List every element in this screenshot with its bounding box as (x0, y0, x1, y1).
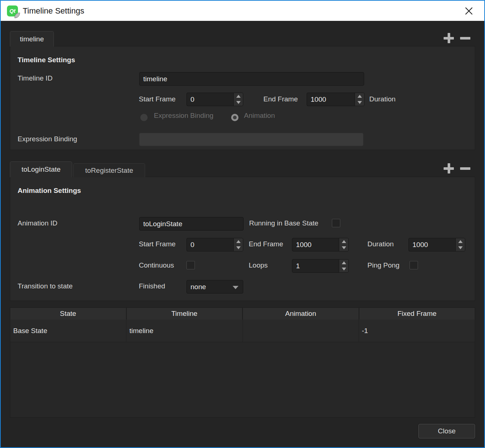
spin-up-icon[interactable] (234, 93, 243, 100)
spin-up-icon[interactable] (456, 238, 465, 245)
state-table: State Timeline Animation Fixed Frame Bas… (10, 307, 475, 418)
chevron-down-icon (233, 286, 238, 289)
cell-fixed-frame: -1 (359, 320, 475, 342)
cell-state: Base State (10, 320, 126, 342)
expression-binding-radio[interactable] (140, 114, 148, 121)
start-frame-label: Start Frame (139, 240, 175, 248)
spin-down-icon[interactable] (234, 100, 243, 106)
duration-label: Duration (369, 95, 396, 103)
timeline-settings-panel: Timeline Settings Timeline ID timeline S… (10, 46, 475, 150)
timeline-id-field[interactable]: timeline (139, 72, 364, 86)
animation-id-label: Animation ID (18, 219, 58, 227)
end-frame-label: End Frame (263, 95, 298, 103)
duration-label: Duration (367, 240, 394, 248)
column-header-timeline[interactable]: Timeline (127, 308, 242, 320)
transition-to-state-label: Transition to state (18, 282, 73, 290)
timeline-settings-heading: Timeline Settings (18, 56, 75, 64)
spin-down-icon[interactable] (234, 245, 243, 251)
loops-spinbox[interactable]: 1 (292, 259, 349, 273)
start-frame-label: Start Frame (139, 95, 175, 103)
window-title: Timeline Settings (23, 6, 84, 16)
animation-id-field[interactable]: toLoginState (139, 217, 244, 231)
title-bar: Qt Timeline Settings (1, 1, 484, 21)
running-in-base-state-label: Running in Base State (249, 219, 318, 227)
spin-down-icon[interactable] (355, 100, 364, 106)
tab-timeline[interactable]: timeline (10, 31, 54, 46)
spin-down-icon[interactable] (339, 266, 348, 273)
start-frame-spinbox[interactable]: 0 (186, 93, 243, 106)
column-header-state[interactable]: State (10, 308, 126, 320)
continuous-checkbox[interactable] (186, 261, 195, 269)
spin-up-icon[interactable] (355, 93, 364, 100)
qt-logo-icon: Qt (7, 5, 18, 16)
end-frame-label: End Frame (249, 240, 283, 248)
ping-pong-checkbox[interactable] (410, 261, 418, 269)
spin-up-icon[interactable] (339, 260, 348, 266)
animation-radio-label: Animation (244, 112, 275, 120)
start-frame-spinbox[interactable]: 0 (186, 238, 243, 251)
running-in-base-state-checkbox[interactable] (332, 219, 340, 227)
spin-down-icon[interactable] (456, 245, 465, 251)
state-table-header: State Timeline Animation Fixed Frame (10, 308, 475, 320)
spin-down-icon[interactable] (339, 245, 348, 251)
tab-tologinstate[interactable]: toLoginState (10, 161, 72, 177)
finished-label: Finished (139, 282, 165, 290)
continuous-label: Continuous (139, 261, 174, 269)
table-row[interactable]: Base State timeline -1 (10, 320, 475, 342)
remove-timeline-button[interactable] (459, 31, 472, 45)
timeline-settings-dialog: Qt Timeline Settings timeline Timeline S… (0, 0, 485, 448)
finished-dropdown[interactable]: none (186, 280, 243, 294)
tab-toregisterstate[interactable]: toRegisterState (73, 163, 145, 177)
add-animation-button[interactable] (442, 162, 455, 175)
animation-settings-panel: Animation Settings Animation ID toLoginS… (10, 177, 475, 301)
cell-timeline: timeline (126, 320, 242, 342)
close-button[interactable]: Close (418, 424, 475, 438)
loops-label: Loops (249, 261, 268, 269)
column-header-fixed-frame[interactable]: Fixed Frame (359, 308, 475, 320)
end-frame-spinbox[interactable]: 1000 (307, 93, 364, 106)
remove-animation-button[interactable] (459, 162, 472, 175)
spin-up-icon[interactable] (339, 238, 348, 245)
end-frame-spinbox[interactable]: 1000 (292, 238, 349, 251)
close-icon[interactable] (462, 4, 476, 18)
animation-radio[interactable] (231, 114, 238, 121)
duration-spinbox[interactable]: 1000 (408, 238, 465, 251)
cell-animation (243, 320, 359, 342)
ping-pong-label: Ping Pong (367, 261, 400, 269)
timeline-id-label: Timeline ID (18, 74, 52, 82)
expression-binding-radio-label: Expression Binding (154, 112, 214, 120)
column-header-animation[interactable]: Animation (243, 308, 359, 320)
expression-binding-label: Expression Binding (18, 135, 77, 143)
expression-binding-field[interactable] (139, 133, 363, 146)
add-timeline-button[interactable] (442, 31, 455, 45)
leaf-icon (14, 12, 21, 19)
spin-up-icon[interactable] (234, 238, 243, 245)
dialog-content: timeline Timeline Settings Timeline ID t… (1, 21, 484, 447)
animation-settings-heading: Animation Settings (18, 187, 81, 195)
